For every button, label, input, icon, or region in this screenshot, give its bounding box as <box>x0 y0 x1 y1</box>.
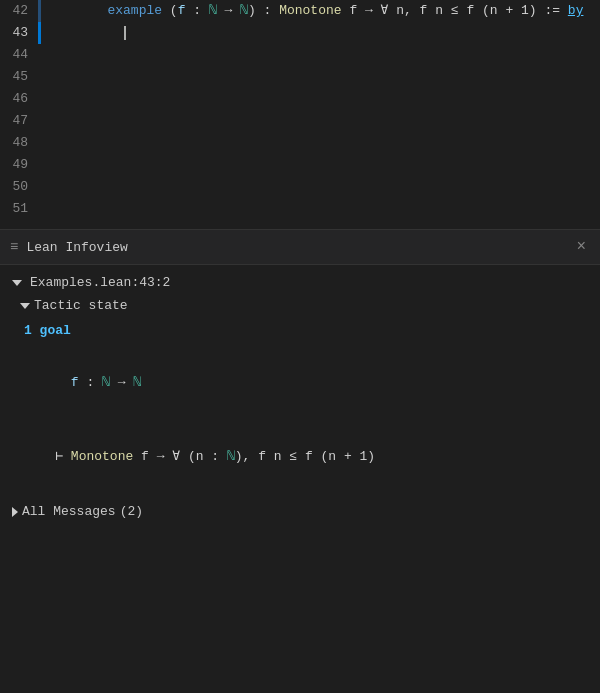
line-number-43: 43 <box>0 22 38 44</box>
panel-title: Lean Infoview <box>26 240 564 255</box>
line-number-47: 47 <box>0 110 38 132</box>
lean-infoview-panel-header: ≡ Lean Infoview × <box>0 230 600 265</box>
collapse-triangle-icon <box>12 280 22 286</box>
all-messages-label: All Messages <box>22 504 116 519</box>
code-line-46: 46 <box>0 88 600 110</box>
tactic-state-header[interactable]: Tactic state <box>20 298 588 313</box>
one-goal-label: 1 goal <box>24 323 588 338</box>
all-messages-count: (2) <box>120 504 143 519</box>
line-number-42: 42 <box>0 0 38 22</box>
all-messages-section[interactable]: All Messages (2) <box>12 504 588 519</box>
infoview-content: Examples.lean:43:2 Tactic state 1 goal f… <box>0 265 600 693</box>
panel-close-button[interactable]: × <box>572 236 590 258</box>
line-number-50: 50 <box>0 176 38 198</box>
code-line-49: 49 <box>0 154 600 176</box>
infoview-location-text: Examples.lean:43:2 <box>30 275 170 290</box>
code-lines: 42 example (f : ℕ → ℕ) : Monotone f → ∀ … <box>0 0 600 220</box>
tactic-state-triangle-icon <box>20 303 30 309</box>
line-number-49: 49 <box>0 154 38 176</box>
goal-turnstile-line: ⊢ Monotone f → ∀ (n : ℕ), f n ≤ f (n + 1… <box>24 424 588 490</box>
code-line-51: 51 <box>0 198 600 220</box>
hypothesis-block: f : ℕ → ℕ <box>24 350 588 416</box>
line-number-46: 46 <box>0 88 38 110</box>
panel-icon: ≡ <box>10 239 18 255</box>
code-line-50: 50 <box>0 176 600 198</box>
code-line-47: 47 <box>0 110 600 132</box>
line-number-51: 51 <box>0 198 38 220</box>
infoview-location-header[interactable]: Examples.lean:43:2 <box>12 275 588 290</box>
code-editor[interactable]: 42 example (f : ℕ → ℕ) : Monotone f → ∀ … <box>0 0 600 230</box>
all-messages-triangle-icon <box>12 507 18 517</box>
line-number-48: 48 <box>0 132 38 154</box>
code-line-48: 48 <box>0 132 600 154</box>
line-number-44: 44 <box>0 44 38 66</box>
text-cursor <box>124 26 126 40</box>
tactic-state-label: Tactic state <box>34 298 128 313</box>
hyp-f-var: f <box>71 375 79 390</box>
code-line-45: 45 <box>0 66 600 88</box>
line-content-43 <box>41 0 126 66</box>
hypothesis-f-line: f : ℕ → ℕ <box>24 350 588 416</box>
line-number-45: 45 <box>0 66 38 88</box>
